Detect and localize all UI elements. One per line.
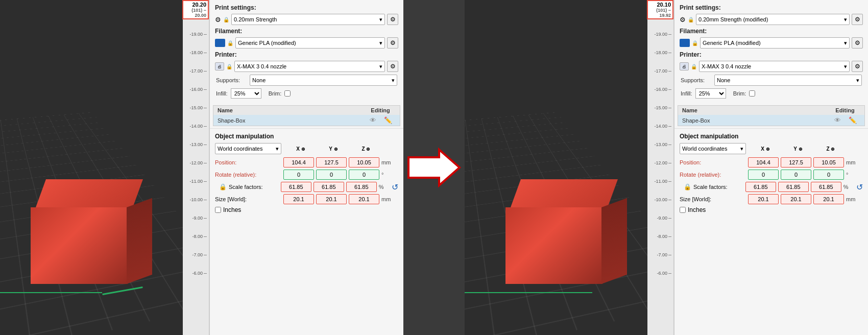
- inches-checkbox[interactable]: [215, 207, 221, 213]
- right-filament-label: Filament:: [680, 28, 863, 35]
- right-printer-dropdown[interactable]: X-MAX 3 0.4 nozzle ▾: [699, 61, 850, 72]
- printer-label: Printer:: [215, 51, 398, 58]
- infill-row: Infill: 25% Brim:: [215, 88, 398, 99]
- right-edit-icon[interactable]: ✏️: [845, 116, 860, 124]
- manipulation-title: Object manipulation: [215, 133, 398, 140]
- filament-dropdown[interactable]: Generic PLA (modified) ▾: [235, 37, 385, 49]
- settings-gear-icon: ⚙: [215, 16, 221, 23]
- position-label: Position:: [215, 159, 281, 165]
- right-infill-row: Infill: 25% Brim:: [680, 88, 863, 99]
- right-rotate-label: Rotate (relative):: [680, 172, 746, 178]
- filament-gear-button[interactable]: ⚙: [387, 37, 398, 49]
- right-position-z-input[interactable]: [813, 157, 844, 167]
- right-print-settings-dropdown[interactable]: 0.20mm Strength (modified) ▾: [696, 14, 850, 25]
- printer-value: X-MAX 3 0.4 nozzle: [237, 63, 286, 69]
- right-world-coords-dropdown[interactable]: World coordinates ▾: [680, 143, 746, 154]
- right-brim-label: Brim:: [733, 90, 746, 97]
- edit-icon[interactable]: ✏️: [380, 116, 396, 124]
- right-undo-button[interactable]: ↺: [856, 182, 863, 192]
- right-position-y-input[interactable]: [781, 157, 811, 167]
- right-filament-dropdown[interactable]: Generic PLA (modified) ▾: [700, 37, 850, 49]
- object-list-item[interactable]: Shape-Box 👁 ✏️: [213, 115, 400, 126]
- size-label: Size [World]:: [215, 196, 281, 202]
- right-settings-gear-icon: ⚙: [680, 16, 686, 23]
- filament-row: 🔒 Generic PLA (modified) ▾ ⚙: [215, 37, 398, 49]
- right-print-settings-label: Print settings:: [680, 4, 863, 11]
- right-size-row: Size [World]: mm: [680, 194, 863, 204]
- position-z-input[interactable]: [349, 157, 379, 167]
- right-brim-checkbox[interactable]: [749, 90, 755, 97]
- size-x-input[interactable]: [283, 194, 314, 204]
- infill-select[interactable]: 25%: [231, 88, 261, 99]
- ruler-tick: -8.00: [189, 227, 209, 246]
- size-y-input[interactable]: [316, 194, 347, 204]
- right-object-list-header: Name Editing: [678, 106, 864, 115]
- rotate-y-input[interactable]: [316, 170, 347, 180]
- rotate-z-input[interactable]: [349, 170, 379, 180]
- print-settings-gear-button[interactable]: ⚙: [387, 14, 398, 25]
- right-viewport: [465, 0, 647, 335]
- ruler-ticks-right: -19.00 -18.00 -17.00 -16.00 -15.00 -14.0…: [654, 25, 673, 282]
- right-scale-x-input[interactable]: [745, 182, 776, 192]
- supports-dropdown[interactable]: None ▾: [250, 75, 397, 86]
- right-dropdown-arrow: ▾: [844, 16, 847, 23]
- right-infill-select[interactable]: 25%: [695, 88, 726, 99]
- filament-value: Generic PLA (modified): [238, 40, 296, 46]
- right-coords-row: World coordinates ▾ X ⊕ Y ⊕ Z ⊕: [680, 143, 863, 154]
- printer-dropdown[interactable]: X-MAX 3 0.4 nozzle ▾: [234, 61, 385, 72]
- right-header-editing: Editing: [830, 107, 860, 113]
- ruler-sub-value: (101) − 20.00: [185, 8, 206, 18]
- right-object-list-item[interactable]: Shape-Box 👁 ✏️: [678, 115, 864, 126]
- 3d-box-left: [15, 182, 128, 284]
- right-position-x-input[interactable]: [748, 157, 779, 167]
- scale-label: Scale factors:: [229, 184, 263, 190]
- right-rotate-z-input[interactable]: [813, 170, 844, 180]
- print-settings-dropdown[interactable]: 0.20mm Strength ▾: [231, 14, 385, 25]
- right-lock-icon: 🔒: [688, 17, 694, 22]
- print-settings-section: Print settings: ⚙ 🔒 0.20mm Strength ▾ ⚙ …: [210, 0, 403, 105]
- undo-button[interactable]: ↺: [392, 182, 398, 192]
- right-rotate-row: Rotate (relative): °: [680, 170, 863, 180]
- right-print-settings-gear-button[interactable]: ⚙: [852, 14, 863, 25]
- right-rotate-unit: °: [846, 172, 856, 178]
- visibility-icon[interactable]: 👁: [365, 116, 380, 124]
- right-scale-y-input[interactable]: [778, 182, 809, 192]
- rotate-x-input[interactable]: [283, 170, 314, 180]
- position-y-input[interactable]: [316, 157, 347, 167]
- size-row: Size [World]: mm: [215, 194, 398, 204]
- right-ruler: 20.10 (101) − 19.92 -19.00 -18.00 -17.00…: [647, 0, 674, 335]
- right-ruler-main-value: 20.10: [649, 2, 671, 8]
- right-inches-checkbox[interactable]: [680, 207, 686, 213]
- right-printer-gear-button[interactable]: ⚙: [852, 61, 863, 72]
- right-size-y-input[interactable]: [781, 194, 811, 204]
- printer-gear-button[interactable]: ⚙: [387, 61, 398, 72]
- right-box-top-face: [511, 179, 618, 207]
- scale-x-input[interactable]: [281, 182, 311, 192]
- right-rotate-x-input[interactable]: [748, 170, 779, 180]
- scale-y-input[interactable]: [314, 182, 344, 192]
- right-size-z-input[interactable]: [813, 194, 844, 204]
- right-visibility-icon[interactable]: 👁: [830, 116, 845, 124]
- right-ruler-sub-value: (101) − 19.92: [649, 8, 671, 18]
- right-supports-dropdown[interactable]: None ▾: [714, 75, 862, 86]
- right-filament-gear-button[interactable]: ⚙: [852, 37, 863, 49]
- scale-z-input[interactable]: [346, 182, 377, 192]
- position-x-input[interactable]: [283, 157, 314, 167]
- left-object-list: Name Editing Shape-Box 👁 ✏️: [213, 105, 400, 126]
- rotate-label: Rotate (relative):: [215, 172, 281, 178]
- world-coords-dropdown[interactable]: World coordinates ▾: [215, 143, 281, 154]
- brim-checkbox[interactable]: [284, 90, 291, 97]
- right-ruler-top-indicator: 20.10 (101) − 19.92: [647, 0, 673, 19]
- rotate-row: Rotate (relative): °: [215, 170, 398, 180]
- ruler-tick: -6.00: [189, 264, 209, 282]
- right-rotate-y-input[interactable]: [781, 170, 811, 180]
- right-scale-label-wrap: 🔒 Scale factors:: [680, 183, 743, 190]
- right-scale-z-input[interactable]: [811, 182, 841, 192]
- right-size-x-input[interactable]: [748, 194, 779, 204]
- size-z-input[interactable]: [349, 194, 379, 204]
- filament-lock-icon: 🔒: [227, 40, 233, 46]
- right-green-axis-line: [465, 292, 592, 293]
- right-printer-row: 🖨 🔒 X-MAX 3 0.4 nozzle ▾ ⚙: [680, 61, 863, 72]
- ruler-tick: -9.00: [189, 209, 209, 227]
- ruler-tick: -6.00: [654, 264, 673, 282]
